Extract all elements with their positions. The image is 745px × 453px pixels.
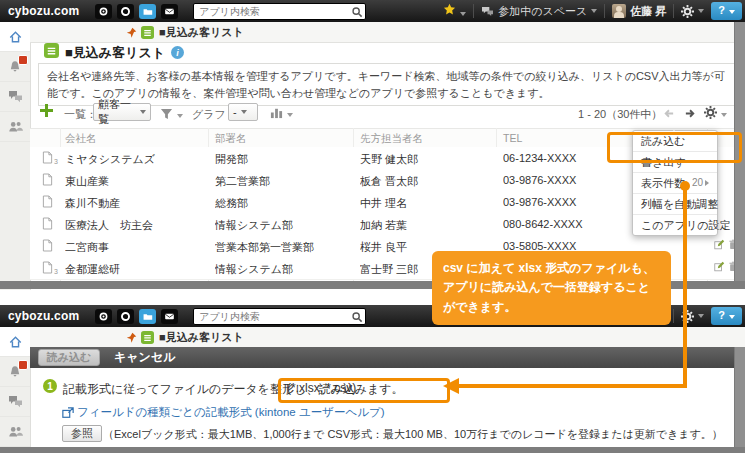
next-page-button[interactable] (684, 106, 697, 124)
scrollbar-thumb[interactable] (734, 347, 745, 447)
cell-contact: 中井 理名 (360, 196, 498, 211)
list-settings-gear[interactable] (704, 105, 727, 123)
record-icon[interactable] (42, 195, 53, 210)
info-icon[interactable] (171, 46, 184, 59)
service-icon-kintone[interactable] (139, 4, 156, 19)
service-icon-kintone[interactable] (139, 309, 156, 324)
column-contact[interactable]: 先方担当者名 (360, 132, 423, 146)
step-number-badge: 1 (43, 379, 57, 393)
search-icon[interactable] (351, 4, 363, 22)
menu-item-page-size[interactable]: 表示件数20 (633, 173, 717, 194)
settings-menu[interactable] (681, 5, 704, 18)
app-search (193, 308, 366, 325)
service-icon-clock[interactable] (117, 309, 134, 324)
search-input[interactable] (193, 308, 366, 325)
column-company[interactable]: 会社名 (65, 132, 97, 146)
list-select[interactable]: 顧客一覧 (93, 103, 151, 121)
search-input[interactable] (193, 3, 366, 20)
annotation-filetypes-highlight (278, 378, 450, 403)
cell-company: ミヤタシステムズ (65, 152, 210, 167)
table-row[interactable]: 森川不動産総務部中井 理名03-9876-XXXX (30, 191, 735, 214)
search-icon[interactable] (351, 309, 363, 327)
cell-company: 東山産業 (65, 174, 210, 189)
edit-record-icon[interactable] (714, 239, 725, 252)
home-icon (8, 335, 23, 349)
sidebar-item-notifications[interactable] (0, 357, 30, 387)
comment-count: 3 (54, 158, 58, 165)
menu-item-autofit-columns[interactable]: 列幅を自動調整 (633, 194, 717, 215)
favorites-menu[interactable] (443, 3, 466, 18)
app-tab[interactable]: ■見込み客リスト (126, 330, 244, 345)
notification-badge (18, 55, 28, 65)
app-tab[interactable]: ■見込み客リスト (126, 25, 244, 40)
service-icon-people[interactable] (95, 4, 112, 19)
browse-file-button[interactable]: 参照 (62, 425, 102, 442)
cell-company: 森川不動産 (65, 196, 210, 211)
cell-tel: 03-9876-XXXX (503, 196, 628, 208)
annotation-import-highlight (607, 132, 742, 163)
table-row[interactable]: 医療法人 坊主会情報システム部加納 若葉080-8642-XXXX (30, 213, 735, 236)
sidebar-item-home[interactable] (0, 327, 30, 357)
menu-item-app-settings[interactable]: このアプリの設定 (633, 215, 717, 235)
service-icon-mail[interactable] (161, 309, 178, 324)
record-icon[interactable] (42, 217, 53, 232)
size-limit-note: （Excelブック形式：最大1MB、1,000行まで CSV形式：最大100 M… (103, 427, 723, 442)
edit-record-icon[interactable] (714, 261, 725, 274)
chart-button[interactable] (270, 105, 293, 123)
comment-count: 3 (54, 268, 58, 275)
record-icon[interactable] (42, 151, 53, 166)
spaces-menu[interactable]: 参加中のスペース (481, 4, 597, 19)
column-department[interactable]: 部署名 (215, 132, 247, 146)
cybozu-logo[interactable]: cybozu.com (8, 4, 79, 18)
service-icon-clock[interactable] (117, 4, 134, 19)
submenu-arrow-icon (705, 180, 712, 186)
sidebar-item-notifications[interactable] (0, 52, 30, 82)
prev-page-button[interactable] (662, 106, 675, 124)
cell-tel: 03-9876-XXXX (503, 174, 628, 186)
annotation-connector-vertical (683, 186, 687, 386)
help-button[interactable]: ? (711, 2, 742, 19)
people-icon (8, 425, 23, 438)
user-avatar[interactable] (612, 4, 626, 18)
sidebar-item-messages[interactable] (0, 387, 30, 417)
service-icon-mail[interactable] (161, 4, 178, 19)
graph-select[interactable]: - (228, 103, 258, 121)
cell-company: 医療法人 坊主会 (65, 218, 210, 233)
import-submit-button[interactable]: 読み込む (38, 349, 100, 366)
app-mini-icon (141, 331, 154, 344)
record-icon[interactable] (42, 239, 53, 254)
cell-department: 総務部 (215, 196, 355, 211)
app-icon (44, 43, 59, 62)
cancel-button[interactable]: キャンセル (114, 349, 175, 366)
spaces-label: 参加中のスペース (498, 4, 587, 19)
spaces-icon (481, 6, 494, 17)
cell-contact: 天野 健太郎 (360, 152, 498, 167)
user-name[interactable]: 佐藤 昇 (630, 4, 666, 19)
page-size-value: 20 (692, 173, 703, 193)
service-icon-people[interactable] (95, 309, 112, 324)
cell-department: 営業本部第一営業部 (215, 240, 355, 255)
help-button[interactable]: ? (711, 307, 742, 324)
table-row[interactable]: 東山産業第二営業部板倉 晋太郎03-9876-XXXX (30, 169, 735, 192)
sidebar-item-people[interactable] (0, 417, 30, 447)
external-link-icon (62, 405, 74, 423)
format-help-link[interactable]: フィールドの種類ごとの記載形式 (kintone ユーザーヘルプ) (77, 405, 385, 420)
cell-department: 開発部 (215, 152, 355, 167)
record-icon[interactable] (42, 173, 53, 188)
funnel-icon (160, 108, 173, 120)
global-header: cybozu.com 参加中のスペース 佐藤 昇 ? (0, 0, 745, 22)
column-tel[interactable]: TEL (503, 132, 522, 144)
filter-button[interactable] (160, 106, 183, 124)
list-toolbar: 一覧： 顧客一覧 グラフ： - 1 - 20（30件中） (0, 100, 745, 127)
pagination-label: 1 - 20（30件中） (578, 107, 662, 122)
sidebar-item-home[interactable] (0, 22, 30, 52)
notification-badge (18, 360, 28, 370)
bottom-crop-band (0, 447, 745, 453)
star-icon (443, 3, 456, 16)
cybozu-logo[interactable]: cybozu.com (8, 309, 79, 323)
app-mini-icon (141, 26, 154, 39)
cell-department: 情報システム部 (215, 218, 355, 233)
add-record-button[interactable] (40, 103, 53, 121)
left-sidebar (0, 22, 31, 290)
record-icon[interactable] (42, 261, 53, 276)
